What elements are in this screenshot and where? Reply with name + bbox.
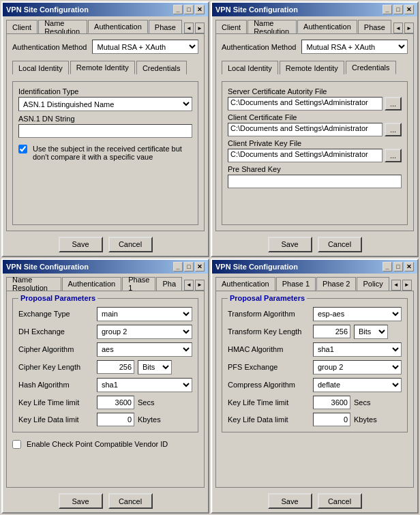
minimize-btn-4[interactable]: _ — [382, 262, 392, 271]
transform-key-input[interactable] — [313, 325, 350, 338]
client-key-row: Client Private Key File C:\Documents and… — [228, 139, 402, 162]
subtab-credentials-2[interactable]: Credentials — [346, 61, 396, 74]
tab-phase-1[interactable]: Phase — [149, 20, 182, 33]
key-life-time-input[interactable] — [97, 396, 134, 409]
tab-pha-3[interactable]: Pha — [156, 277, 182, 291]
tab-auth-4[interactable]: Authentication — [215, 277, 275, 291]
minimize-btn-3[interactable]: _ — [173, 262, 183, 271]
title-bar-text-2: VPN Site Configuration — [215, 5, 298, 14]
tab-content-4: Proposal Parameters Transform Algorithm … — [215, 291, 414, 488]
server-cert-browse-btn[interactable]: ... — [385, 97, 402, 111]
tab-phase2-4[interactable]: Phase 2 — [316, 277, 356, 291]
tab-client-2[interactable]: Client — [215, 20, 247, 33]
maximize-btn-4[interactable]: □ — [393, 262, 403, 271]
close-btn-1[interactable]: ✕ — [195, 5, 205, 14]
minimize-btn-1[interactable]: _ — [173, 5, 183, 14]
hash-algo-select[interactable]: sha1 — [97, 378, 192, 392]
tab-arrow-left-4[interactable]: ◄ — [391, 280, 401, 291]
tab-nav-1: ◄ ► — [184, 23, 205, 33]
cancel-btn-2[interactable]: Cancel — [318, 237, 362, 252]
checkbox-1[interactable] — [18, 145, 27, 153]
close-btn-2[interactable]: ✕ — [404, 5, 414, 14]
id-type-select-1[interactable]: ASN.1 Distinguished Name — [18, 97, 192, 111]
dn-string-label-1: ASN.1 DN String — [18, 115, 192, 123]
tab-arrow-left-1[interactable]: ◄ — [184, 23, 194, 33]
client-cert-input[interactable]: C:\Documents and Settings\Administrator — [228, 123, 382, 136]
cancel-btn-4[interactable]: Cancel — [318, 493, 362, 509]
close-btn-4[interactable]: ✕ — [404, 262, 414, 271]
client-key-browse-btn[interactable]: ... — [385, 149, 402, 162]
transform-key-unit-select[interactable]: Bits — [354, 325, 388, 339]
tab-arrow-right-2[interactable]: ► — [404, 23, 414, 33]
tab-content-1: Authentication Method Mutual RSA + XAuth… — [6, 33, 205, 231]
dh-exchange-select[interactable]: group 2 — [97, 325, 192, 339]
tab-phase1-3[interactable]: Phase 1 — [122, 277, 155, 291]
transform-algo-select[interactable]: esp-aes — [313, 307, 402, 321]
client-key-input[interactable]: C:\Documents and Settings\Administrator — [228, 149, 382, 162]
tab-arrow-right-1[interactable]: ► — [195, 23, 205, 33]
transform-algo-label: Transform Algorithm — [228, 310, 310, 318]
subtab-credentials-1[interactable]: Credentials — [136, 61, 187, 74]
tab-arrow-left-3[interactable]: ◄ — [184, 280, 194, 291]
tab-nav-2: ◄ ► — [393, 23, 414, 33]
auth-method-select-1[interactable]: Mutual RSA + XAuth — [92, 40, 198, 54]
maximize-btn-1[interactable]: □ — [184, 5, 194, 14]
tab-name-res-3[interactable]: Name Resolution — [6, 277, 61, 291]
title-bar-text-4: VPN Site Configuration — [215, 263, 298, 271]
compress-algo-label: Compress Algorithm — [228, 381, 310, 389]
server-cert-input[interactable]: C:\Documents and Settings\Administrator — [228, 97, 382, 111]
key-life-time-unit: Secs — [138, 398, 154, 407]
tab-phase-2[interactable]: Phase — [358, 20, 391, 33]
key-life-time-input-4[interactable] — [313, 396, 350, 409]
cancel-btn-3[interactable]: Cancel — [108, 493, 153, 509]
cipher-algo-select[interactable]: aes — [97, 342, 192, 357]
key-life-data-input-4[interactable] — [313, 413, 350, 426]
tab-authentication-2[interactable]: Authentication — [297, 20, 357, 33]
footer-buttons-3: Save Cancel — [6, 488, 205, 509]
tab-arrow-right-4[interactable]: ► — [402, 280, 412, 291]
save-btn-2[interactable]: Save — [268, 237, 312, 252]
tab-content-2: Authentication Method Mutual RSA + XAuth… — [215, 33, 414, 231]
psk-input[interactable] — [228, 175, 402, 188]
client-cert-file-row: C:\Documents and Settings\Administrator … — [228, 123, 402, 136]
subtab-remote-identity-2[interactable]: Remote Identity — [280, 61, 344, 74]
minimize-btn-2[interactable]: _ — [382, 5, 392, 14]
pfs-exchange-row: PFS Exchange group 2 — [228, 360, 402, 374]
hmac-algo-select[interactable]: sha1 — [313, 342, 402, 357]
pfs-exchange-select[interactable]: group 2 — [313, 360, 402, 374]
save-btn-3[interactable]: Save — [59, 493, 103, 509]
key-life-data-row: Key Life Data limit Kbytes — [18, 413, 192, 426]
tab-name-resolution-2[interactable]: Name Resolution — [247, 20, 297, 33]
compress-algo-select[interactable]: deflate — [313, 378, 402, 392]
server-cert-label: Server Certificate Autority File — [228, 87, 402, 95]
tab-client-1[interactable]: Client — [6, 20, 38, 33]
key-life-data-input[interactable] — [97, 413, 134, 426]
subtab-local-identity-2[interactable]: Local Identity — [222, 61, 278, 74]
tab-auth-3[interactable]: Authentication — [62, 277, 122, 291]
checkpoint-checkbox[interactable] — [12, 440, 21, 449]
client-cert-browse-btn[interactable]: ... — [385, 123, 402, 136]
close-btn-3[interactable]: ✕ — [195, 262, 205, 271]
server-cert-file-row: C:\Documents and Settings\Administrator … — [228, 97, 402, 111]
tab-phase1-4[interactable]: Phase 1 — [276, 277, 316, 291]
maximize-btn-2[interactable]: □ — [393, 5, 403, 14]
subtab-local-identity-1[interactable]: Local Identity — [12, 61, 69, 74]
auth-method-select-2[interactable]: Mutual RSA + XAuth — [301, 40, 408, 54]
cipher-key-unit-select[interactable]: Bits — [138, 360, 172, 374]
tab-name-resolution-1[interactable]: Name Resolution — [38, 20, 87, 33]
tab-policy-4[interactable]: Policy — [357, 277, 389, 291]
save-btn-1[interactable]: Save — [59, 237, 103, 252]
exchange-type-select[interactable]: main — [97, 307, 192, 321]
save-btn-4[interactable]: Save — [268, 493, 312, 509]
id-type-label-1: Identification Type — [18, 87, 192, 95]
maximize-btn-3[interactable]: □ — [184, 262, 194, 271]
tab-authentication-1[interactable]: Authentication — [88, 20, 148, 33]
tab-arrow-left-2[interactable]: ◄ — [393, 23, 403, 33]
window-content-1: Client Name Resolution Authentication Ph… — [3, 16, 208, 256]
tab-arrow-right-3[interactable]: ► — [195, 280, 205, 291]
cipher-key-input[interactable] — [97, 360, 134, 374]
dn-string-input-1[interactable] — [18, 124, 192, 138]
subtab-remote-identity-1[interactable]: Remote Identity — [70, 61, 135, 74]
tab-bar-2: Client Name Resolution Authentication Ph… — [215, 20, 414, 33]
cancel-btn-1[interactable]: Cancel — [108, 237, 153, 252]
